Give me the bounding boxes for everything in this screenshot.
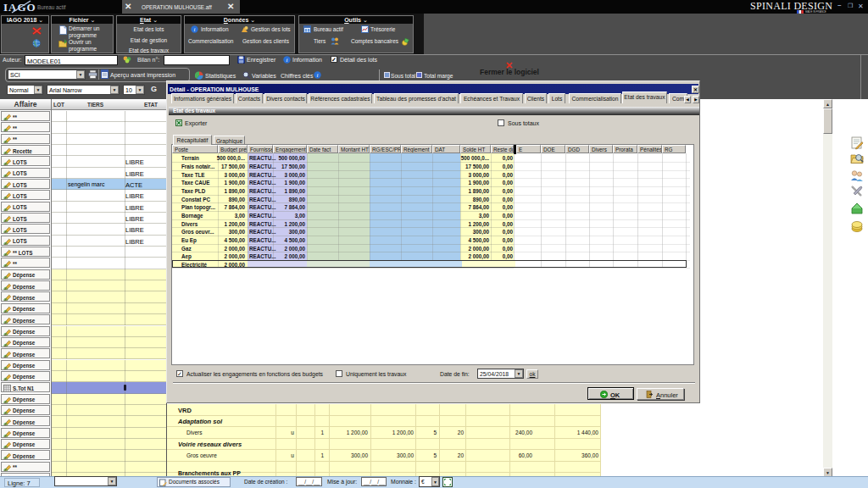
svg-text:i: i	[194, 26, 196, 33]
svg-text:i: i	[317, 72, 319, 79]
svg-text:i: i	[287, 57, 288, 64]
